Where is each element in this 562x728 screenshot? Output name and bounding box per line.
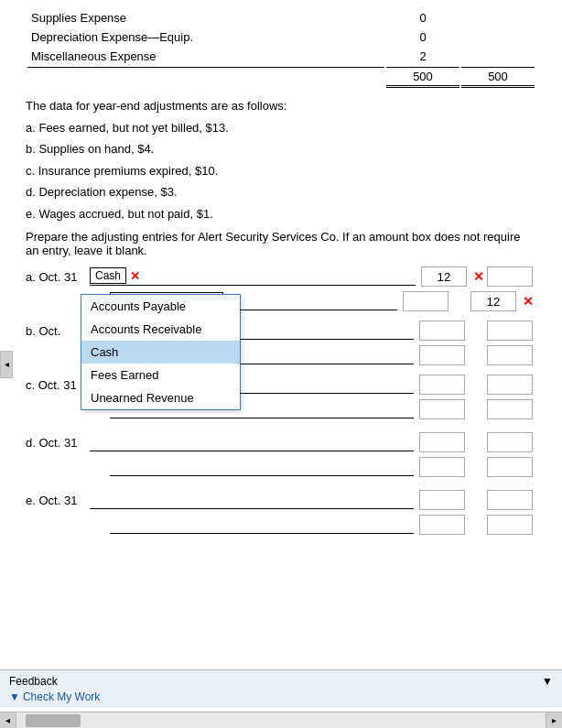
cash-tag-close[interactable]: ✕: [130, 269, 140, 283]
scroll-right-arrow[interactable]: ▸: [546, 712, 562, 729]
instructions-section: The data for year-end adjustments are as…: [26, 97, 536, 223]
dropdown-item-ap[interactable]: Accounts Payable: [81, 295, 240, 318]
entry-a-group: a. Oct. 31 Cash ✕ ✕: [26, 266, 536, 311]
dropdown-item-ar[interactable]: Accounts Receivable: [81, 318, 240, 341]
entry-d-debit-line: [90, 433, 414, 451]
expense-val-3b: [461, 48, 535, 65]
entry-c-credit-credit-input[interactable]: [487, 399, 533, 419]
entry-e-credit-row: [26, 515, 536, 535]
entry-b-credit-credit-input[interactable]: [487, 345, 533, 365]
entry-d-credit-row: [26, 457, 536, 477]
entry-a-debit-tag: Cash ✕: [90, 267, 140, 284]
dropdown-item-cash[interactable]: Cash: [81, 341, 240, 364]
entry-a-debit-line: Cash ✕: [90, 267, 416, 286]
feedback-section: Feedback ▼ ▼ Check My Work: [0, 669, 562, 708]
check-work-button[interactable]: ▼ Check My Work: [9, 690, 553, 703]
entry-e-credit-credit-input[interactable]: [487, 515, 533, 535]
dropdown-item-ur[interactable]: Unearned Revenue: [81, 386, 240, 409]
entry-e-credit-input[interactable]: [487, 490, 533, 510]
entry-c-credit-input[interactable]: [487, 375, 533, 395]
entry-d-label: d. Oct. 31: [26, 436, 90, 450]
entry-d-credit-line: [110, 458, 414, 476]
entry-a-debit-credit-input[interactable]: [487, 266, 533, 287]
side-nav-arrow[interactable]: ◂: [0, 351, 13, 378]
entry-d-credit-input[interactable]: [487, 432, 533, 452]
expense-label-3: Miscellaneous Expense: [27, 48, 384, 65]
entry-d-debit-input[interactable]: [419, 432, 465, 452]
scroll-track[interactable]: [16, 712, 546, 729]
entry-e-debit-row: e. Oct. 31: [26, 490, 536, 510]
horizontal-scrollbar: ◂ ▸: [0, 712, 562, 728]
expense-val-3: 2: [386, 48, 459, 65]
item-b: b. Supplies on hand, $4.: [26, 140, 536, 158]
feedback-label: Feedback: [9, 675, 58, 688]
scroll-left-arrow[interactable]: ◂: [0, 712, 16, 729]
expense-val-2b: [461, 28, 535, 46]
check-work-triangle: ▼: [9, 690, 20, 703]
expense-table: Supplies Expense 0 Depreciation Expense—…: [26, 7, 536, 90]
entry-e-label: e. Oct. 31: [26, 494, 90, 507]
expense-val-2: 0: [386, 28, 459, 46]
entry-d-debit-row: d. Oct. 31: [26, 432, 536, 452]
expense-val-1: 0: [386, 9, 459, 27]
expense-val-1b: [461, 9, 535, 27]
entry-b-debit-input[interactable]: [419, 321, 465, 341]
entry-e-group: e. Oct. 31: [26, 490, 536, 535]
item-a: a. Fees earned, but not yet billed, $13.: [26, 119, 536, 137]
entry-d-credit-debit-input[interactable]: [419, 457, 465, 477]
entry-a-debit-x: ✕: [473, 269, 484, 284]
total-col1: 500: [386, 67, 459, 88]
entry-a-label: a. Oct. 31: [26, 270, 90, 284]
entry-e-debit-input[interactable]: [419, 490, 465, 510]
adjusting-entries: a. Oct. 31 Cash ✕ ✕: [26, 266, 536, 535]
entry-a-credit-debit-input[interactable]: [403, 291, 449, 311]
entry-e-debit-line: [90, 491, 414, 509]
entry-d-credit-credit-input[interactable]: [487, 457, 533, 477]
expense-label-1: Supplies Expense: [27, 9, 384, 27]
dropdown-item-fe[interactable]: Fees Earned: [81, 364, 240, 386]
cash-tag[interactable]: Cash: [90, 267, 126, 284]
entry-c-credit-debit-input[interactable]: [419, 399, 465, 419]
expense-label-2: Depreciation Expense—Equip.: [27, 28, 384, 46]
entry-a-debit-row: a. Oct. 31 Cash ✕ ✕: [26, 266, 536, 287]
entry-b-credit-input[interactable]: [487, 321, 533, 341]
feedback-header: Feedback ▼: [9, 675, 553, 688]
account-dropdown[interactable]: Accounts Payable Accounts Receivable Cas…: [81, 294, 241, 410]
prepare-text: Prepare the adjusting entries for Alert …: [26, 230, 536, 257]
cash-tag-text: Cash: [95, 269, 121, 282]
item-c: c. Insurance premiums expired, $10.: [26, 162, 536, 180]
entry-d-group: d. Oct. 31: [26, 432, 536, 477]
item-e: e. Wages accrued, but not paid, $1.: [26, 205, 536, 223]
entry-b-credit-debit-input[interactable]: [419, 345, 465, 365]
intro-text: The data for year-end adjustments are as…: [26, 97, 536, 115]
check-work-text: Check My Work: [23, 690, 100, 703]
entry-a-credit-input[interactable]: [470, 291, 516, 311]
feedback-collapse-icon[interactable]: ▼: [542, 675, 553, 688]
entry-e-credit-line: [110, 516, 414, 534]
entry-a-credit-x: ✕: [523, 294, 534, 309]
entry-c-debit-input[interactable]: [419, 375, 465, 395]
total-col2: 500: [461, 67, 535, 88]
item-d: d. Depreciation expense, $3.: [26, 183, 536, 201]
total-spacer: [27, 67, 384, 88]
entry-a-debit-input[interactable]: [421, 266, 467, 287]
scroll-thumb[interactable]: [26, 714, 81, 727]
entry-e-credit-debit-input[interactable]: [419, 515, 465, 535]
